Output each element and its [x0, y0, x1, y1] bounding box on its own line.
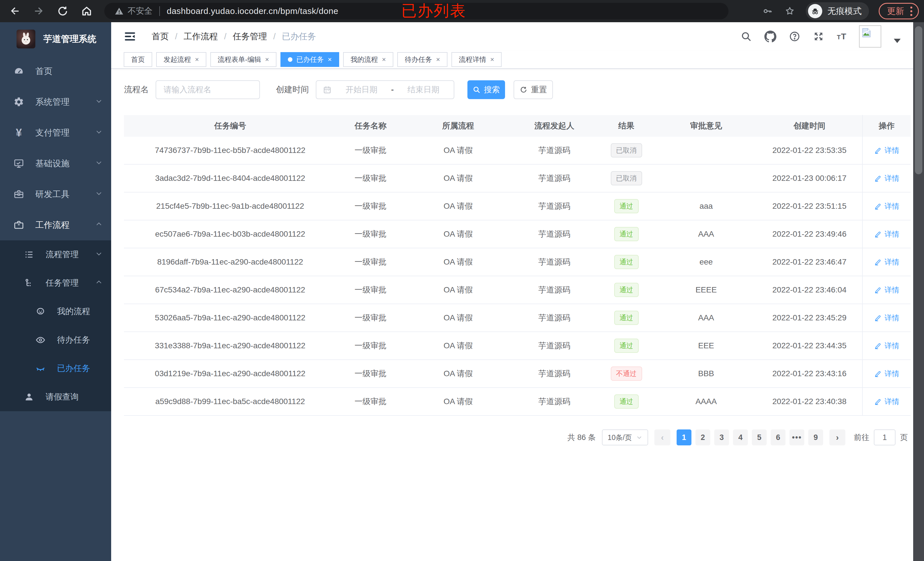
reset-button[interactable]: 重置: [514, 80, 553, 99]
tab-已办任务[interactable]: 已办任务×: [280, 52, 339, 67]
status-badge: 已取消: [611, 171, 642, 186]
page-button-1[interactable]: 1: [676, 429, 692, 445]
tab-待办任务[interactable]: 待办任务×: [397, 52, 447, 67]
search-button[interactable]: 搜索: [467, 80, 505, 99]
sidebar-item-payment[interactable]: ¥ 支付管理: [0, 117, 111, 148]
sidebar-item-label: 我的流程: [57, 306, 103, 317]
help-icon[interactable]: [789, 31, 800, 42]
search-icon[interactable]: [741, 31, 752, 42]
page-button-4[interactable]: 4: [733, 429, 748, 445]
status-badge: 通过: [614, 394, 639, 408]
detail-link[interactable]: 详情: [862, 193, 910, 220]
home-icon[interactable]: [80, 5, 93, 17]
update-button[interactable]: 更新: [879, 3, 919, 19]
app-logo-row: 芋道管理系统: [0, 22, 111, 56]
close-icon[interactable]: ×: [195, 55, 199, 63]
tab-首页[interactable]: 首页: [124, 52, 152, 67]
close-icon[interactable]: ×: [328, 55, 332, 63]
key-icon[interactable]: [761, 5, 774, 17]
status-badge: 不通过: [611, 367, 642, 381]
status-badge: 通过: [614, 199, 639, 213]
tab-发起流程[interactable]: 发起流程×: [156, 52, 206, 67]
page-more-button[interactable]: •••: [789, 429, 804, 445]
github-icon[interactable]: [764, 30, 776, 42]
page-button-3[interactable]: 3: [714, 429, 729, 445]
prev-page-button[interactable]: ‹: [654, 429, 670, 445]
close-icon[interactable]: ×: [265, 55, 269, 63]
detail-link[interactable]: 详情: [862, 276, 910, 304]
detail-link[interactable]: 详情: [862, 165, 910, 192]
cell-task-name: 一级审批: [336, 368, 405, 379]
breadcrumb-workflow[interactable]: 工作流程: [183, 31, 218, 42]
sidebar-item-system[interactable]: 系统管理: [0, 87, 111, 117]
breadcrumb-task-mgmt[interactable]: 任务管理: [233, 31, 267, 42]
sidebar: 芋道管理系统 首页 系统管理 ¥ 支付管理: [0, 22, 111, 561]
sidebar-item-task-mgmt[interactable]: 任务管理: [0, 269, 111, 297]
breadcrumb-separator: /: [273, 31, 276, 41]
tab-流程表单-编辑[interactable]: 流程表单-编辑×: [210, 52, 276, 67]
col-result: 结果: [597, 120, 656, 131]
sidebar-item-todo-tasks[interactable]: 待办任务: [0, 326, 111, 354]
sidebar-item-leave-query[interactable]: 请假查询: [0, 383, 111, 411]
forward-icon[interactable]: [33, 5, 45, 17]
detail-link[interactable]: 详情: [862, 248, 910, 276]
page-button-6[interactable]: 6: [771, 429, 786, 445]
close-icon[interactable]: ×: [382, 55, 386, 63]
fullscreen-icon[interactable]: [813, 31, 824, 42]
sidebar-item-devtools[interactable]: 研发工具: [0, 179, 111, 209]
sidebar-item-my-process[interactable]: 我的流程: [0, 297, 111, 326]
detail-link[interactable]: 详情: [862, 304, 910, 332]
page-button-2[interactable]: 2: [695, 429, 710, 445]
scrollbar-thumb[interactable]: [915, 26, 922, 174]
hamburger-icon[interactable]: [124, 30, 136, 43]
chevron-down-icon: [95, 250, 103, 259]
table-row: 03d1219e-7b9a-11ec-a290-acde48001122 一级审…: [124, 360, 910, 388]
page-button-9[interactable]: 9: [808, 429, 823, 445]
sidebar-item-process-mgmt[interactable]: 流程管理: [0, 240, 111, 269]
detail-link[interactable]: 详情: [862, 332, 910, 359]
sidebar-item-workflow[interactable]: 工作流程: [0, 209, 111, 240]
star-icon[interactable]: [783, 5, 796, 17]
page-button-5[interactable]: 5: [752, 429, 766, 445]
detail-link[interactable]: 详情: [862, 137, 910, 164]
pencil-icon: [874, 370, 882, 378]
table-row: 53026aa5-7b9a-11ec-a290-acde48001122 一级审…: [124, 304, 910, 332]
detail-link[interactable]: 详情: [862, 220, 910, 248]
sidebar-item-label: 请假查询: [46, 391, 103, 402]
avatar[interactable]: [859, 25, 881, 48]
caret-down-icon[interactable]: [894, 39, 901, 43]
cell-comment: EEE: [656, 341, 757, 350]
cell-result: 通过: [597, 394, 656, 408]
col-starter: 流程发起人: [512, 120, 597, 131]
breadcrumb-separator: /: [224, 31, 226, 41]
breadcrumb-separator: /: [175, 31, 177, 41]
close-icon[interactable]: ×: [490, 55, 494, 63]
page-size-select[interactable]: 10条/页: [602, 429, 648, 445]
back-icon[interactable]: [9, 5, 21, 17]
close-icon[interactable]: ×: [436, 55, 440, 63]
date-range-picker[interactable]: 开始日期 - 结束日期: [316, 80, 454, 99]
detail-link[interactable]: 详情: [862, 388, 910, 415]
toolbox-icon: [12, 189, 25, 200]
detail-link-label: 详情: [885, 285, 900, 295]
sidebar-item-infra[interactable]: 基础设施: [0, 148, 111, 179]
detail-link[interactable]: 详情: [862, 360, 910, 387]
goto-page-input[interactable]: 1: [874, 429, 896, 445]
sidebar-item-label: 流程管理: [46, 249, 95, 260]
sidebar-item-done-tasks[interactable]: 已办任务: [0, 354, 111, 383]
cell-starter: 芋道源码: [512, 368, 597, 379]
security-status[interactable]: 不安全: [115, 5, 153, 17]
breadcrumb-home[interactable]: 首页: [152, 31, 169, 42]
warning-icon: [115, 6, 124, 16]
incognito-badge[interactable]: 无痕模式: [806, 2, 869, 20]
next-page-button[interactable]: ›: [830, 429, 845, 445]
tab-流程详情[interactable]: 流程详情×: [452, 52, 502, 67]
process-name-input[interactable]: 请输入流程名: [156, 80, 260, 99]
detail-link-label: 详情: [885, 313, 900, 323]
browser-menu-icon[interactable]: [910, 6, 912, 16]
browser-scrollbar[interactable]: [913, 22, 924, 561]
sidebar-item-home[interactable]: 首页: [0, 56, 111, 87]
reload-icon[interactable]: [56, 5, 69, 17]
tab-我的流程[interactable]: 我的流程×: [343, 52, 393, 67]
font-size-icon[interactable]: TT: [837, 31, 846, 41]
